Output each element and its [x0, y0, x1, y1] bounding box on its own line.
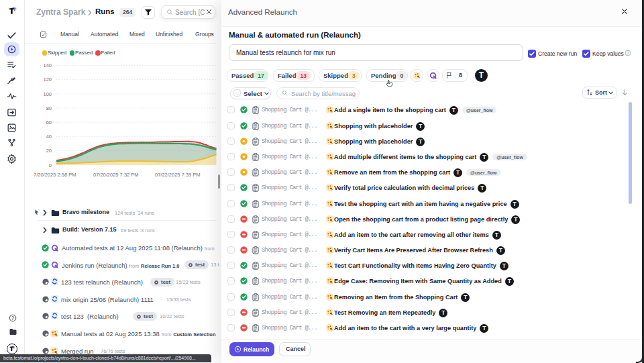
- svg-text:07/22/2025 7:39 PM: 07/22/2025 7:39 PM: [155, 172, 201, 178]
- svg-text:0: 0: [49, 162, 52, 168]
- svg-text:7/20/2025 2:58 PM: 7/20/2025 2:58 PM: [34, 172, 76, 178]
- svg-text:40: 40: [46, 134, 52, 140]
- svg-text:60: 60: [46, 119, 52, 125]
- svg-text:07/20/2025 7:32 PM: 07/20/2025 7:32 PM: [93, 172, 139, 178]
- svg-text:100: 100: [43, 91, 52, 97]
- svg-text:20: 20: [46, 148, 52, 154]
- svg-text:80: 80: [46, 105, 52, 111]
- svg-text:140: 140: [43, 62, 52, 68]
- svg-text:120: 120: [43, 76, 52, 83]
